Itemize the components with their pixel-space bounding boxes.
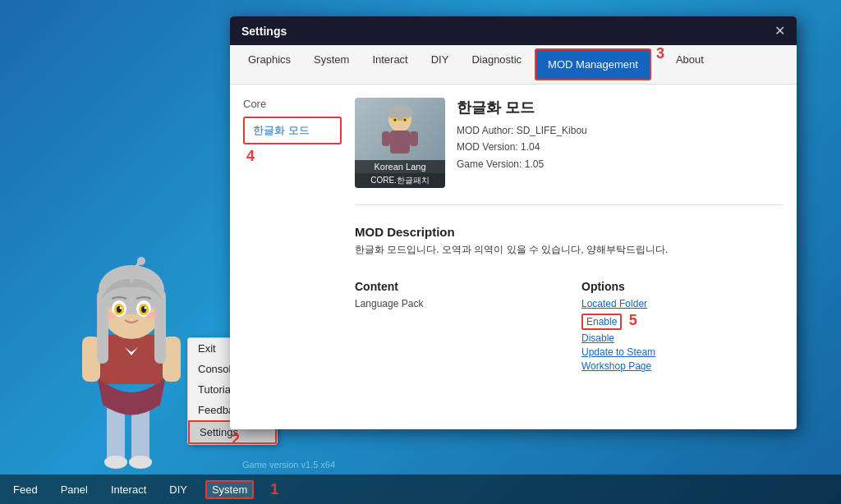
- content-col-title: Content: [355, 280, 557, 293]
- thumbnail-sublabel: CORE.한글패치: [355, 173, 445, 188]
- mod-thumbnail: Korean Lang CORE.한글패치: [355, 98, 445, 188]
- taskbar-system[interactable]: System: [205, 480, 254, 499]
- anime-character: [66, 245, 197, 474]
- svg-rect-13: [100, 335, 163, 384]
- character-svg: [66, 245, 197, 474]
- svg-point-11: [104, 456, 127, 469]
- mod-sidebar: Core 한글화 모드 4: [243, 98, 342, 416]
- mod-main-content: Korean Lang CORE.한글패치 한글화 모드 MOD Author:…: [355, 98, 784, 416]
- window-body: Core 한글화 모드 4: [230, 85, 797, 429]
- tab-bar: Graphics System Interact DIY Diagnostic …: [230, 45, 797, 85]
- game-version-label: Game Version:: [457, 158, 522, 170]
- mod-bottom: Content Language Pack Options Located Fo…: [355, 280, 784, 374]
- tab-diagnostic[interactable]: Diagnostic: [460, 45, 533, 84]
- game-version-label: Game version v1.5 x64: [242, 460, 335, 470]
- svg-point-12: [129, 456, 152, 469]
- mod-version-value: 1.04: [521, 141, 540, 153]
- mod-name: 한글화 모드: [457, 98, 784, 117]
- tab-graphics[interactable]: Graphics: [237, 45, 302, 84]
- svg-rect-4: [410, 131, 418, 146]
- mod-description-title: MOD Description: [355, 225, 784, 239]
- taskbar: Feed Panel Interact DIY System 1: [0, 474, 841, 504]
- annotation-5: 5: [629, 312, 637, 328]
- taskbar-panel[interactable]: Panel: [56, 482, 93, 497]
- tab-system[interactable]: System: [302, 45, 361, 84]
- close-button[interactable]: ✕: [774, 23, 785, 39]
- taskbar-interact[interactable]: Interact: [106, 482, 151, 497]
- annotation-2: 2: [232, 431, 240, 448]
- svg-rect-3: [382, 131, 390, 146]
- svg-point-7: [394, 119, 397, 121]
- mod-author-value: SD_LIFE_Kibou: [517, 125, 587, 136]
- sidebar-item-korean[interactable]: 한글화 모드: [243, 117, 342, 144]
- window-title: Settings: [241, 25, 287, 38]
- settings-window: Settings ✕ Graphics System Interact DIY …: [230, 16, 797, 429]
- svg-rect-2: [390, 131, 410, 153]
- mod-description-section: MOD Description 한글화 모드입니다. 오역과 의역이 있을 수 …: [355, 225, 784, 257]
- svg-point-1: [388, 104, 412, 121]
- window-titlebar: Settings ✕: [230, 16, 797, 45]
- annotation-1: 1: [270, 481, 278, 498]
- content-col-value: Language Pack: [355, 298, 557, 309]
- mod-author-label: MOD Author:: [457, 125, 513, 136]
- option-enable[interactable]: Enable: [581, 314, 622, 330]
- options-col-title: Options: [581, 280, 784, 293]
- tab-about[interactable]: About: [664, 45, 715, 84]
- taskbar-feed[interactable]: Feed: [8, 482, 43, 497]
- annotation-4: 4: [246, 148, 342, 165]
- option-workshop-page[interactable]: Workshop Page: [581, 360, 784, 372]
- game-version-value: 1.05: [525, 158, 544, 170]
- svg-rect-19: [97, 290, 108, 364]
- annotation-3: 3: [656, 45, 664, 84]
- thumbnail-label: Korean Lang: [355, 160, 445, 173]
- mod-detail-top: Korean Lang CORE.한글패치 한글화 모드 MOD Author:…: [355, 98, 784, 188]
- mod-info: 한글화 모드 MOD Author: SD_LIFE_Kibou MOD Ver…: [457, 98, 784, 172]
- svg-point-31: [137, 257, 145, 265]
- tab-diy[interactable]: DIY: [420, 45, 461, 84]
- thumbnail-character-art: [375, 104, 425, 162]
- mod-description-text: 한글화 모드입니다. 오역과 의역이 있을 수 있습니다, 양해부탁드립니다.: [355, 242, 784, 257]
- mod-options-column: Options Located Folder Enable 5 Disable …: [581, 280, 784, 374]
- option-disable[interactable]: Disable: [581, 332, 784, 344]
- option-located-folder[interactable]: Located Folder: [581, 298, 784, 309]
- svg-point-29: [105, 312, 117, 318]
- divider: [355, 204, 784, 205]
- mod-content-column: Content Language Pack: [355, 280, 557, 374]
- svg-rect-20: [154, 290, 166, 364]
- mod-version-label: MOD Version:: [457, 141, 518, 153]
- svg-point-28: [145, 307, 147, 309]
- mod-meta: MOD Author: SD_LIFE_Kibou MOD Version: 1…: [457, 122, 784, 172]
- sidebar-section-core: Core: [243, 98, 342, 110]
- svg-point-30: [146, 312, 158, 318]
- tab-mod-management[interactable]: MOD Management: [535, 48, 651, 80]
- taskbar-diy[interactable]: DIY: [164, 482, 192, 497]
- svg-point-27: [120, 307, 122, 309]
- tab-interact[interactable]: Interact: [361, 45, 419, 84]
- svg-point-8: [404, 119, 407, 121]
- option-update-steam[interactable]: Update to Steam: [581, 346, 784, 358]
